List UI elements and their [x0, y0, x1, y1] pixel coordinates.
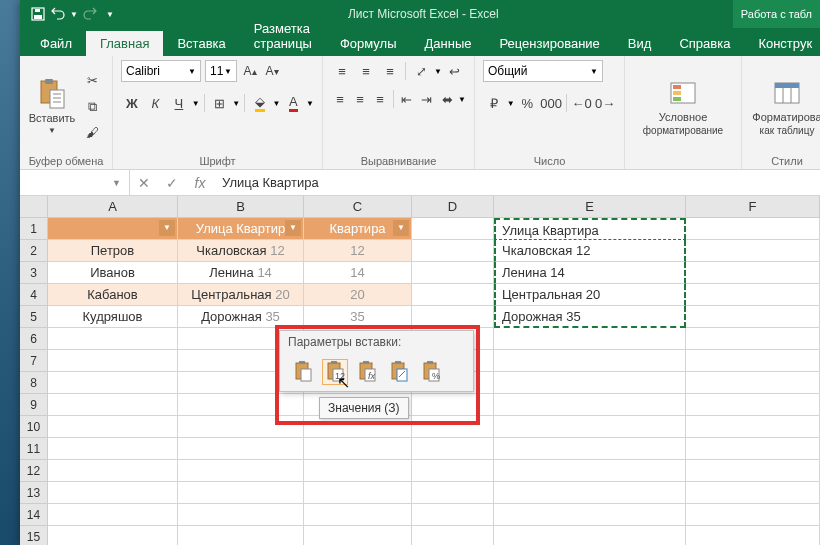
cell[interactable] [178, 416, 304, 438]
cell[interactable] [304, 460, 412, 482]
row-header[interactable]: 9 [20, 394, 48, 416]
currency-icon[interactable]: ₽ [483, 92, 505, 114]
number-format-select[interactable]: Общий▼ [483, 60, 603, 82]
cell[interactable] [48, 394, 178, 416]
cell[interactable] [494, 416, 686, 438]
cell[interactable] [178, 482, 304, 504]
font-name-select[interactable]: Calibri▼ [121, 60, 201, 82]
cell[interactable] [494, 328, 686, 350]
row-header[interactable]: 15 [20, 526, 48, 545]
cell[interactable] [494, 482, 686, 504]
border-icon[interactable]: ⊞ [209, 92, 231, 114]
cell[interactable]: Кудряшов [48, 306, 178, 328]
undo-dropdown[interactable]: ▼ [70, 10, 78, 19]
cell[interactable] [686, 526, 820, 545]
tab-review[interactable]: Рецензирование [485, 31, 613, 56]
decrease-font-icon[interactable]: A▾ [263, 60, 281, 82]
comma-icon[interactable]: 000 [540, 92, 562, 114]
select-all-corner[interactable] [20, 196, 48, 218]
col-header[interactable]: F [686, 196, 820, 218]
cancel-icon[interactable]: ✕ [130, 170, 158, 195]
col-header[interactable]: D [412, 196, 494, 218]
merge-icon[interactable]: ⬌ [438, 88, 456, 110]
cell[interactable] [304, 482, 412, 504]
fx-icon[interactable]: fx [186, 170, 214, 195]
align-center-icon[interactable]: ≡ [351, 88, 369, 110]
row-header[interactable]: 1 [20, 218, 48, 240]
cell[interactable] [412, 262, 494, 284]
row-header[interactable]: 7 [20, 350, 48, 372]
wrap-text-icon[interactable]: ↩ [444, 60, 466, 82]
bold-button[interactable]: Ж [121, 92, 143, 114]
cell[interactable] [304, 526, 412, 545]
conditional-format-button[interactable]: Условное форматирование [633, 60, 733, 153]
filter-icon[interactable]: ▼ [393, 220, 409, 236]
row-header[interactable]: 11 [20, 438, 48, 460]
cell[interactable] [686, 328, 820, 350]
paste-button[interactable]: Вставить ▼ [28, 60, 76, 153]
cell[interactable] [686, 460, 820, 482]
cell[interactable]: Центральная 20 [178, 284, 304, 306]
tab-file[interactable]: Файл [26, 31, 86, 56]
cell[interactable]: 20 [304, 284, 412, 306]
font-color-icon[interactable]: A [282, 92, 304, 114]
orientation-icon[interactable]: ⤢ [410, 60, 432, 82]
filter-icon[interactable]: ▼ [159, 220, 175, 236]
cell[interactable] [48, 328, 178, 350]
row-header[interactable]: 8 [20, 372, 48, 394]
cell[interactable]: ▼ [48, 218, 178, 240]
cell[interactable]: 35 [304, 306, 412, 328]
decrease-indent-icon[interactable]: ⇤ [398, 88, 416, 110]
cell[interactable] [178, 394, 304, 416]
align-bottom-icon[interactable]: ≡ [379, 60, 401, 82]
undo-icon[interactable] [50, 6, 66, 22]
enter-icon[interactable]: ✓ [158, 170, 186, 195]
cell[interactable] [304, 438, 412, 460]
paste-option-transpose-icon[interactable] [386, 359, 412, 385]
align-left-icon[interactable]: ≡ [331, 88, 349, 110]
cell[interactable] [178, 438, 304, 460]
underline-button[interactable]: Ч [168, 92, 190, 114]
row-header[interactable]: 14 [20, 504, 48, 526]
cell[interactable] [48, 416, 178, 438]
cell[interactable] [412, 504, 494, 526]
cell[interactable] [686, 372, 820, 394]
cell[interactable] [686, 306, 820, 328]
cell[interactable] [686, 218, 820, 240]
col-header[interactable]: A [48, 196, 178, 218]
cell[interactable]: Улица Квартира [494, 218, 686, 240]
row-header[interactable]: 5 [20, 306, 48, 328]
cell[interactable] [412, 438, 494, 460]
cell[interactable] [686, 394, 820, 416]
cell[interactable] [686, 504, 820, 526]
row-header[interactable]: 3 [20, 262, 48, 284]
cell[interactable] [494, 394, 686, 416]
cell[interactable]: Ленина 14 [494, 262, 686, 284]
cell[interactable]: Иванов [48, 262, 178, 284]
cell[interactable] [686, 416, 820, 438]
cell[interactable] [494, 372, 686, 394]
cell[interactable]: Центральная 20 [494, 284, 686, 306]
row-header[interactable]: 12 [20, 460, 48, 482]
fill-color-icon[interactable]: ⬙ [249, 92, 271, 114]
cell[interactable] [178, 460, 304, 482]
paste-option-formatting-icon[interactable]: % [418, 359, 444, 385]
cell[interactable] [494, 438, 686, 460]
cell[interactable] [686, 350, 820, 372]
cell[interactable] [178, 504, 304, 526]
cell[interactable] [412, 416, 494, 438]
cell[interactable] [48, 460, 178, 482]
cell[interactable] [48, 504, 178, 526]
paste-option-all-icon[interactable] [290, 359, 316, 385]
tab-home[interactable]: Главная [86, 31, 163, 56]
cell[interactable]: Кабанов [48, 284, 178, 306]
tab-data[interactable]: Данные [411, 31, 486, 56]
tab-design[interactable]: Конструк [744, 31, 820, 56]
col-header[interactable]: B [178, 196, 304, 218]
cell[interactable] [686, 262, 820, 284]
col-header[interactable]: C [304, 196, 412, 218]
paste-option-values-icon[interactable]: 123 [322, 359, 348, 385]
format-as-table-button[interactable]: Форматирова как таблицу [750, 60, 820, 153]
align-middle-icon[interactable]: ≡ [355, 60, 377, 82]
cell[interactable] [686, 284, 820, 306]
